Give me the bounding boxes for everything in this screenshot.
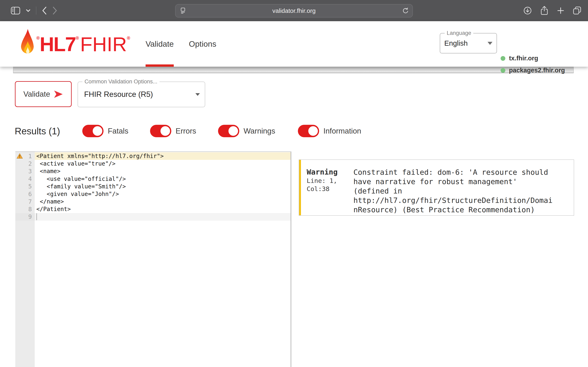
toggle-group-errors: Errors [150, 125, 196, 137]
line-number: 6 [28, 191, 32, 198]
toolbar-divider [36, 7, 36, 15]
resource-type-select[interactable]: Common Validation Options... FHIR Resour… [78, 82, 205, 107]
reader-page-icon[interactable] [179, 7, 187, 15]
fatals-toggle[interactable] [82, 125, 104, 137]
code-line[interactable]: <given value="John"/> [35, 190, 291, 198]
code-line[interactable]: </name> [35, 198, 291, 205]
reload-icon[interactable] [402, 7, 409, 15]
tab-overview-icon[interactable] [572, 6, 582, 15]
fatals-toggle-label: Fatals [108, 127, 129, 135]
line-number: 7 [28, 198, 32, 205]
editor-line[interactable]: 5 <family value="Smith"/> [15, 183, 291, 190]
editor-line[interactable]: 1 <Patient xmlns="http://hl7.org/fhir"> [15, 152, 291, 160]
severity-toggle-row: Fatals Errors Warnings Information [0, 125, 588, 137]
line-number-cell: 5 [15, 183, 35, 190]
errors-toggle-label: Errors [176, 127, 196, 135]
main-nav: Validate Options [146, 21, 216, 67]
issue-message: Constraint failed: dom-6: 'A resource sh… [354, 167, 554, 215]
sidebar-icon[interactable] [11, 6, 20, 15]
url-text[interactable]: validator.fhir.org [272, 7, 316, 14]
tab-options[interactable]: Options [189, 21, 216, 67]
information-toggle-label: Information [323, 127, 361, 135]
toggle-knob [160, 126, 170, 136]
code-line[interactable]: </Patient> [35, 205, 291, 213]
editor-line[interactable]: 2 <active value="true"/> [15, 160, 291, 167]
line-number: 5 [28, 183, 32, 190]
page: validator.fhir.org [0, 0, 588, 367]
play-arrow-icon [54, 90, 63, 98]
editor-line[interactable]: 7 </name> [15, 198, 291, 205]
line-number: 4 [28, 175, 32, 182]
line-number: 9 [28, 213, 32, 220]
warning-triangle-icon [17, 153, 23, 159]
warnings-toggle-label: Warnings [243, 127, 275, 135]
status-dot-green [501, 68, 505, 73]
code-line[interactable]: <family value="Smith"/> [35, 183, 291, 190]
downloads-icon[interactable] [523, 6, 532, 15]
editor-line[interactable]: 8 </Patient> [15, 205, 291, 213]
toggle-knob [228, 126, 238, 136]
line-number: 2 [28, 160, 32, 167]
issue-line: Line: 1, [307, 176, 354, 185]
language-select[interactable]: Language English [440, 33, 497, 53]
code-line[interactable] [35, 213, 291, 221]
url-bar[interactable]: validator.fhir.org [175, 4, 413, 17]
chevron-down-icon [488, 42, 493, 45]
line-number-cell: 7 [15, 198, 35, 205]
line-number: 3 [28, 168, 32, 175]
server-status-tx: tx.fhir.org [501, 55, 565, 62]
toggle-knob [308, 126, 318, 136]
warnings-toggle[interactable] [218, 125, 239, 137]
line-number-cell: 3 [15, 167, 35, 175]
validate-button[interactable]: Validate [15, 81, 72, 107]
language-value: English [444, 39, 468, 47]
code-line[interactable]: <name> [35, 167, 291, 175]
toggle-group-warnings: Warnings [218, 125, 275, 137]
line-number-cell: 9 [15, 213, 35, 221]
fhir-registered-mark: ® [127, 35, 130, 41]
editor-lines: 1 <Patient xmlns="http://hl7.org/fhir"> … [15, 152, 291, 221]
issue-severity: Warning [307, 167, 354, 176]
editor-line[interactable]: 9 [15, 213, 291, 221]
tab-validate[interactable]: Validate [146, 21, 174, 67]
resource-input-remnant[interactable] [13, 67, 574, 73]
resource-type-value: FHIR Resource (R5) [84, 90, 153, 99]
code-line[interactable]: <use value="official"/> [35, 175, 291, 183]
line-number-cell: 1 [15, 152, 35, 160]
flame-registered-mark: ® [36, 35, 40, 41]
tab-chevron-down-icon[interactable] [26, 9, 31, 12]
code-line[interactable]: <active value="true"/> [35, 160, 291, 167]
browser-chrome: validator.fhir.org [0, 0, 588, 21]
back-icon[interactable] [42, 6, 47, 15]
code-line[interactable]: <Patient xmlns="http://hl7.org/fhir"> [35, 152, 291, 160]
toggle-group-information: Information [298, 125, 361, 137]
line-number-cell: 8 [15, 205, 35, 213]
line-number: 8 [28, 206, 32, 213]
line-number-cell: 4 [15, 175, 35, 183]
information-toggle[interactable] [298, 125, 319, 137]
share-icon[interactable] [540, 6, 549, 16]
errors-toggle[interactable] [150, 125, 171, 137]
logo-fhir-text: FHIR [80, 34, 127, 54]
options-legend: Common Validation Options... [82, 78, 159, 85]
validation-issue-card: Warning Line: 1, Col:38 Constraint faile… [299, 159, 574, 216]
server-status-packages2: packages2.fhir.org [501, 67, 565, 74]
hl7-fhir-logo[interactable]: ® HL7 ® FHIR ® [20, 29, 130, 60]
toggle-knob [93, 126, 102, 136]
new-tab-icon[interactable] [557, 7, 565, 15]
editor-line[interactable]: 3 <name> [15, 167, 291, 175]
chevron-down-icon [195, 93, 200, 96]
forward-icon[interactable] [52, 6, 58, 15]
line-number-cell: 2 [15, 160, 35, 167]
panel-splitter[interactable] [291, 151, 291, 367]
editor-line[interactable]: 4 <use value="official"/> [15, 175, 291, 183]
site-header: ® HL7 ® FHIR ® Validate Options Language… [0, 21, 588, 67]
line-number-cell: 6 [15, 190, 35, 198]
resource-code-editor[interactable]: 1 <Patient xmlns="http://hl7.org/fhir"> … [15, 151, 291, 367]
hl7-registered-mark: ® [76, 35, 79, 41]
logo-hl7-text: HL7 [40, 34, 76, 54]
editor-line[interactable]: 6 <given value="John"/> [15, 190, 291, 198]
text-cursor [36, 213, 37, 220]
server-status-list: tx.fhir.org packages2.fhir.org [501, 55, 565, 74]
line-number: 1 [28, 153, 32, 160]
